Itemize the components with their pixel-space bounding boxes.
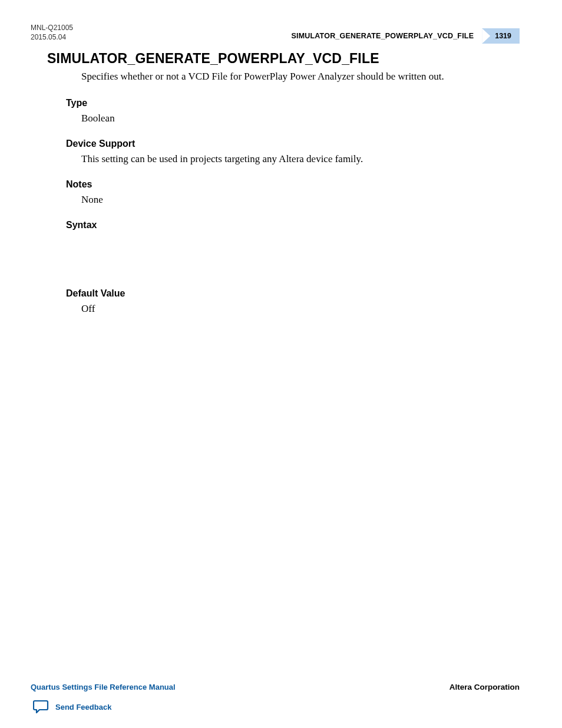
doc-id: MNL-Q21005	[31, 24, 73, 33]
section-default-value: Default Value Off	[66, 288, 520, 316]
section-body-default-value: Off	[81, 302, 520, 316]
section-heading-type: Type	[66, 98, 520, 108]
page-title: SIMULATOR_GENERATE_POWERPLAY_VCD_FILE	[47, 51, 520, 67]
page: MNL-Q21005 2015.05.04 SIMULATOR_GENERATE…	[0, 0, 562, 728]
footer: Quartus Settings File Reference Manual A…	[31, 683, 520, 691]
section-device-support: Device Support This setting can be used …	[66, 139, 520, 166]
section-heading-default-value: Default Value	[66, 288, 520, 299]
syntax-body-empty	[66, 234, 520, 275]
running-title: SIMULATOR_GENERATE_POWERPLAY_VCD_FILE	[291, 32, 474, 40]
header-right: SIMULATOR_GENERATE_POWERPLAY_VCD_FILE 13…	[291, 28, 520, 44]
section-syntax: Syntax	[66, 220, 520, 275]
section-body-type: Boolean	[81, 112, 520, 126]
manual-title-link[interactable]: Quartus Settings File Reference Manual	[31, 683, 176, 691]
section-heading-syntax: Syntax	[66, 220, 520, 230]
company-name: Altera Corporation	[449, 683, 520, 691]
send-feedback-label: Send Feedback	[55, 703, 111, 711]
section-type: Type Boolean	[66, 98, 520, 126]
section-heading-notes: Notes	[66, 179, 520, 190]
section-notes: Notes None	[66, 179, 520, 207]
section-heading-device-support: Device Support	[66, 139, 520, 149]
section-body-notes: None	[81, 193, 520, 207]
header-left: MNL-Q21005 2015.05.04	[31, 24, 73, 42]
content: SIMULATOR_GENERATE_POWERPLAY_VCD_FILE Sp…	[47, 51, 520, 329]
section-body-device-support: This setting can be used in projects tar…	[81, 153, 520, 166]
intro-paragraph: Specifies whether or not a VCD File for …	[81, 70, 520, 84]
doc-date: 2015.05.04	[31, 33, 73, 42]
send-feedback-link[interactable]: Send Feedback	[33, 700, 111, 714]
page-number-badge: 1319	[482, 28, 520, 44]
speech-bubble-icon	[33, 700, 49, 714]
